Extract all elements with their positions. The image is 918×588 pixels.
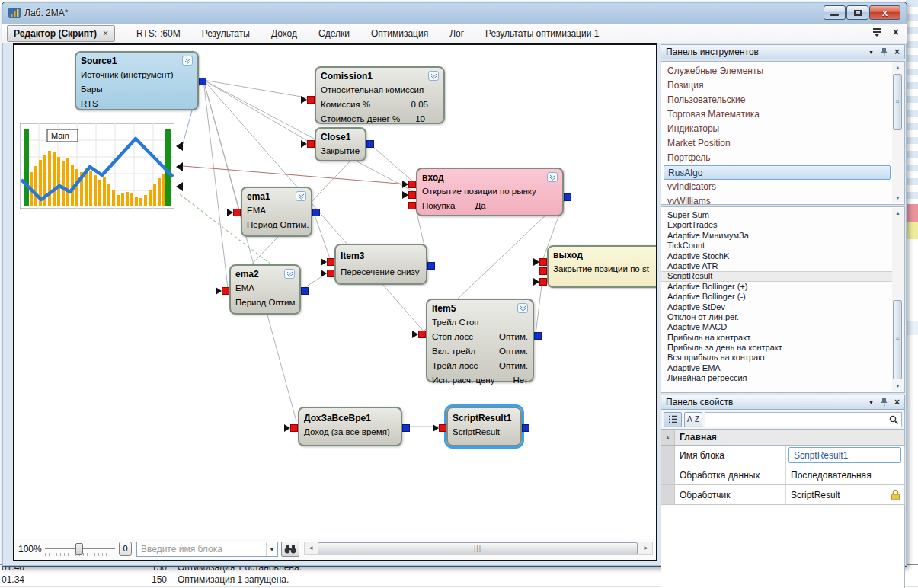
block-name-value-input[interactable]: ScriptResult1: [788, 447, 901, 463]
block-name-combobox[interactable]: ▼: [136, 542, 278, 557]
toolbox-item[interactable]: Прибыль за день на контракт: [661, 343, 904, 353]
tab-results[interactable]: Результаты: [202, 28, 250, 39]
output-port[interactable]: [366, 140, 374, 148]
input-port[interactable]: [290, 424, 298, 432]
property-value[interactable]: Последовательная: [786, 465, 904, 484]
close-button[interactable]: x: [869, 5, 900, 20]
scroll-down-icon[interactable]: ▼: [892, 193, 904, 203]
block-entry[interactable]: вход Открытие позиции по рынку ПокупкаДа: [416, 168, 564, 216]
collapse-arrow-icon[interactable]: ▲: [661, 430, 675, 445]
minimize-button[interactable]: [824, 5, 846, 20]
panel-close-icon[interactable]: ×: [894, 398, 900, 406]
collapse-chevron-icon[interactable]: [428, 71, 439, 81]
toolbox-item[interactable]: Adaptive StDev: [661, 302, 904, 312]
block-name-input[interactable]: [137, 544, 266, 554]
property-group-header[interactable]: ▲ Главная: [661, 430, 905, 446]
collapse-chevron-icon[interactable]: [547, 172, 558, 182]
slider-thumb[interactable]: [75, 543, 83, 555]
toolbox-item[interactable]: Adaptive ATR: [661, 261, 904, 271]
input-port[interactable]: [233, 209, 241, 216]
category-item[interactable]: vvIndicators: [661, 180, 904, 194]
horizontal-scrollbar[interactable]: ◄ ||| ►: [304, 542, 653, 555]
toolbox-item[interactable]: Adaptive Bollinger (-): [661, 292, 904, 302]
toolbox-item[interactable]: Отклон от лин.рег.: [661, 312, 904, 322]
toolbox-item[interactable]: Adaptive МинимумЗа: [661, 231, 904, 241]
output-port[interactable]: [402, 424, 410, 432]
input-port[interactable]: [327, 270, 334, 277]
output-port[interactable]: [312, 209, 320, 216]
input-port[interactable]: [418, 331, 426, 338]
output-port[interactable]: [534, 332, 542, 340]
toolbox-item[interactable]: ExportTrades: [661, 220, 904, 230]
block-item5[interactable]: Item5 Трейл Стоп Стоп лоссОптим. Вкл. тр…: [426, 299, 534, 382]
scroll-up-icon[interactable]: ▲: [892, 62, 904, 73]
output-port[interactable]: [564, 193, 571, 201]
input-port[interactable]: [307, 140, 315, 148]
input-port[interactable]: [307, 96, 315, 104]
categorized-view-button[interactable]: [664, 412, 682, 427]
collapse-chevron-icon[interactable]: [517, 303, 528, 313]
toolbox-item-selected[interactable]: ScriptResult: [661, 271, 904, 281]
category-item[interactable]: Индикаторы: [661, 122, 904, 136]
alphabetical-view-button[interactable]: A-Z: [684, 412, 702, 427]
panel-close-icon[interactable]: ×: [894, 48, 900, 56]
output-port[interactable]: [427, 262, 435, 270]
block-close1[interactable]: Close1 Закрытие: [315, 127, 366, 161]
block-item3[interactable]: Item3 Пересечение снизу: [334, 244, 427, 285]
properties-panel-header[interactable]: Панель свойств ▼ ×: [661, 395, 905, 410]
block-source1[interactable]: Source1 Источник (инструмент) Бары RTS: [75, 51, 199, 110]
script-canvas[interactable]: Main Source1 Источник (инструмент) Бары …: [13, 43, 657, 561]
maximize-button[interactable]: [846, 5, 868, 20]
input-port[interactable]: [408, 181, 416, 188]
collapse-chevron-icon[interactable]: [284, 269, 295, 279]
output-port[interactable]: [301, 287, 309, 295]
scroll-right-icon[interactable]: ►: [640, 542, 652, 554]
toolbox-item[interactable]: Прибыль на контракт: [661, 333, 904, 343]
input-port[interactable]: [539, 267, 547, 275]
category-item[interactable]: Торговая Математика: [661, 107, 904, 122]
input-port[interactable]: [327, 258, 334, 266]
toolbox-item[interactable]: Adaptive Bollinger (+): [661, 282, 904, 292]
category-item[interactable]: Портфель: [661, 151, 904, 165]
titlebar[interactable]: Лаб: 2MA* x: [2, 2, 907, 24]
category-item[interactable]: Служебные Элементы: [661, 64, 904, 78]
input-port[interactable]: [539, 278, 547, 286]
pin-icon[interactable]: [881, 47, 888, 56]
scrollbar-thumb[interactable]: |||: [318, 542, 638, 554]
block-comission1[interactable]: Comission1 Относительная комиссия Комисс…: [315, 66, 445, 124]
panel-menu-icon[interactable]: ▼: [868, 400, 874, 405]
collapse-chevron-icon[interactable]: [182, 56, 193, 66]
scroll-left-icon[interactable]: ◄: [305, 542, 317, 554]
scrollbar-thumb[interactable]: ≡: [893, 300, 902, 379]
input-port[interactable]: [222, 287, 229, 295]
tab-income[interactable]: Доход: [271, 28, 297, 39]
tab-trades[interactable]: Сделки: [318, 28, 350, 39]
tab-optimization[interactable]: Оптимизация: [371, 28, 428, 39]
vertical-scrollbar[interactable]: ▲ ≡ ▼: [892, 62, 904, 203]
scroll-down-icon[interactable]: ▼: [892, 381, 904, 391]
tab-log[interactable]: Лог: [449, 28, 464, 39]
block-dohzavsevre1[interactable]: ДохЗаВсеВре1 Доход (за все время): [298, 407, 402, 446]
category-item[interactable]: Позиция: [661, 78, 904, 93]
chart-pane-main[interactable]: Main: [20, 123, 174, 209]
output-port[interactable]: [522, 424, 529, 432]
category-item-selected[interactable]: RusAlgo: [664, 165, 891, 180]
category-item[interactable]: vvWilliams: [661, 194, 904, 205]
toolbox-item[interactable]: Adaptive EMA: [661, 363, 904, 373]
property-search-box[interactable]: [705, 412, 902, 427]
input-port[interactable]: [439, 424, 446, 432]
zoom-reset-button[interactable]: 0: [119, 542, 132, 556]
tab-list-icon[interactable]: [872, 27, 882, 37]
toolbox-item[interactable]: Adaptive MACD: [661, 322, 904, 332]
panel-menu-icon[interactable]: ▼: [868, 50, 874, 55]
chevron-down-icon[interactable]: ▼: [266, 542, 277, 556]
tab-rts-60m[interactable]: RTS:-:60M: [136, 28, 181, 39]
toolbox-item[interactable]: TickCount: [661, 241, 904, 251]
scroll-up-icon[interactable]: ▲: [892, 208, 904, 219]
tab-optimization-results[interactable]: Результаты оптимизации 1: [485, 28, 599, 39]
toolbox-item[interactable]: Adaptive StochK: [661, 251, 904, 261]
find-block-button[interactable]: [281, 542, 299, 557]
block-ema2[interactable]: ema2 EMA Период Оптим.: [229, 264, 301, 315]
toolbox-item[interactable]: Вся прибыль на контракт: [661, 353, 904, 363]
collapse-chevron-icon[interactable]: [296, 191, 306, 201]
